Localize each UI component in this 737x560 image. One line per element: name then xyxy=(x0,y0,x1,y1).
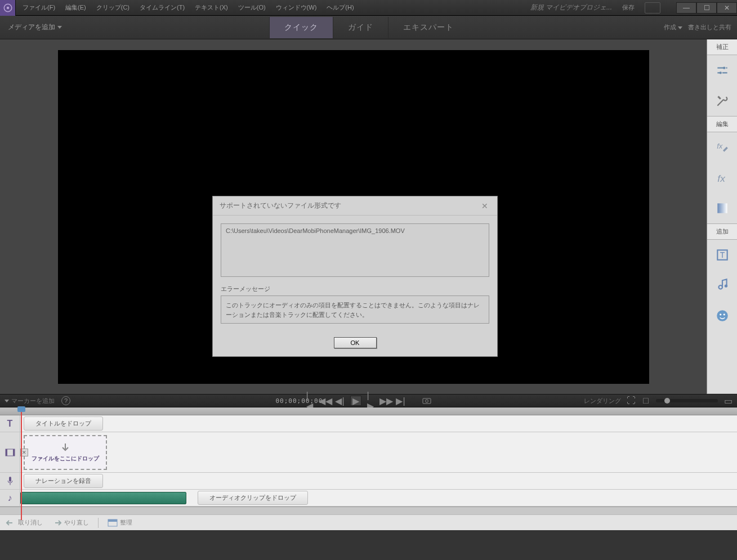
audio-track-head-icon: ♪ xyxy=(0,490,20,506)
safe-margin-icon[interactable]: □ xyxy=(641,396,650,405)
sidebar-title-icon[interactable]: T xyxy=(707,240,737,270)
menu-window[interactable]: ウィンドウ(W) xyxy=(271,1,321,14)
dialog-error-label: エラーメッセージ xyxy=(221,285,489,293)
title-track-head-icon: T xyxy=(0,415,20,432)
sidebar-tools-icon[interactable] xyxy=(707,86,737,116)
narration-record-button[interactable]: ナレーションを録音 xyxy=(24,474,103,488)
render-button[interactable]: レンダリング xyxy=(584,397,621,405)
menu-file[interactable]: ファイル(F) xyxy=(18,1,60,14)
video-drop-zone[interactable]: ✕ ファイルをここにドロップ xyxy=(24,435,107,470)
svg-rect-6 xyxy=(717,203,727,213)
transport-bar: マーカーを追加 ? 00;00;00;00 |◀ ◀◀ ◀| ▶ |▶ ▶▶ ▶… xyxy=(0,394,737,407)
title-track[interactable]: T タイトルをドロップ xyxy=(0,415,737,432)
step-fwd-button[interactable]: |▶ xyxy=(367,396,376,405)
create-label-text: 作成 xyxy=(664,24,676,30)
sidebar-fx-icon[interactable]: fx xyxy=(707,163,737,193)
zoom-thumb[interactable] xyxy=(664,398,670,404)
add-media-label: メディアを追加 xyxy=(8,23,55,32)
play-button[interactable]: ▶ xyxy=(350,396,361,406)
video-track-head-icon xyxy=(0,432,20,472)
fullscreen-icon[interactable]: ⛶ xyxy=(627,396,636,405)
window-maximize-button[interactable]: ☐ xyxy=(696,2,717,14)
save-button[interactable]: 保存 xyxy=(622,3,635,12)
zoom-fit-icon[interactable]: ▭ xyxy=(723,396,732,405)
menu-edit[interactable]: 編集(E) xyxy=(61,1,91,14)
svg-text:T: T xyxy=(720,250,725,259)
organize-label: 整理 xyxy=(120,518,132,527)
svg-point-12 xyxy=(723,313,725,315)
dialog-title-text: サポートされていないファイル形式です xyxy=(220,201,341,210)
menu-text[interactable]: テキスト(X) xyxy=(190,1,233,14)
menu-timeline[interactable]: タイムライン(T) xyxy=(135,1,189,14)
redo-button[interactable]: やり直し xyxy=(52,518,89,527)
add-marker-button[interactable]: マーカーを追加 xyxy=(5,397,55,405)
menu-clip[interactable]: クリップ(C) xyxy=(92,1,134,14)
snapshot-button[interactable] xyxy=(422,396,431,405)
arrow-down-icon xyxy=(60,442,71,454)
svg-point-9 xyxy=(724,284,727,287)
svg-point-11 xyxy=(720,313,721,315)
redo-label: やり直し xyxy=(64,518,89,527)
window-minimize-button[interactable]: — xyxy=(676,2,696,14)
menu-help[interactable]: ヘルプ(H) xyxy=(322,1,358,14)
redo-icon xyxy=(52,519,62,527)
window-close-button[interactable]: ✕ xyxy=(717,2,737,14)
svg-rect-18 xyxy=(9,477,11,482)
goto-end-button[interactable]: ▶| xyxy=(396,396,405,405)
sidebar-head-adjust: 補正 xyxy=(707,39,737,55)
title-drop-button[interactable]: タイトルをドロップ xyxy=(24,416,103,431)
organize-icon xyxy=(108,519,118,527)
playhead-handle[interactable] xyxy=(17,406,25,412)
export-button[interactable]: 書き出しと共有 xyxy=(688,23,731,32)
next-frame-button[interactable]: ▶▶ xyxy=(382,396,391,405)
goto-start-button[interactable]: |◀ xyxy=(306,396,315,405)
menu-tools[interactable]: ツール(O) xyxy=(234,1,270,14)
add-media-button[interactable]: メディアを追加 xyxy=(0,19,70,35)
project-title: 新規 マイビデオプロジェ... xyxy=(530,3,612,12)
sidebar-music-icon[interactable] xyxy=(707,270,737,301)
organizer-icon[interactable] xyxy=(645,2,660,14)
dropdown-icon xyxy=(5,400,9,402)
svg-point-10 xyxy=(717,310,728,321)
timeline-scrollbar[interactable] xyxy=(0,507,737,514)
narration-track[interactable]: ナレーションを録音 xyxy=(0,473,737,490)
audio-drop-button[interactable]: オーディオクリップをドロップ xyxy=(198,491,308,505)
svg-rect-20 xyxy=(108,519,117,522)
svg-rect-17 xyxy=(13,449,15,456)
add-marker-label: マーカーを追加 xyxy=(11,397,55,405)
titlebar: ファイル(F) 編集(E) クリップ(C) タイムライン(T) テキスト(X) … xyxy=(0,0,737,16)
video-track[interactable]: ✕ ファイルをここにドロップ xyxy=(0,432,737,473)
tab-guide[interactable]: ガイド xyxy=(333,17,388,38)
app-logo-icon xyxy=(0,0,16,16)
timeline-ruler[interactable] xyxy=(0,407,737,415)
audio-clip[interactable] xyxy=(20,492,186,504)
main-menu: ファイル(F) 編集(E) クリップ(C) タイムライン(T) テキスト(X) … xyxy=(18,1,359,14)
prev-frame-button[interactable]: ◀◀ xyxy=(321,396,330,405)
sidebar-head-add: 追加 xyxy=(707,224,737,240)
zoom-slider[interactable] xyxy=(656,399,718,402)
create-button[interactable]: 作成 xyxy=(664,23,682,32)
dialog-titlebar: サポートされていないファイル形式です ✕ xyxy=(213,196,497,216)
sidebar-gradient-icon[interactable] xyxy=(707,193,737,223)
dialog-close-button[interactable]: ✕ xyxy=(481,201,490,210)
step-back-button[interactable]: ◀| xyxy=(336,396,345,405)
sidebar-adjust-sliders-icon[interactable] xyxy=(707,55,737,86)
right-sidebar: 補正 編集 fx fx 追加 T xyxy=(707,39,737,394)
tab-expert[interactable]: エキスパート xyxy=(388,17,468,38)
sidebar-smiley-icon[interactable] xyxy=(707,301,737,331)
dialog-ok-button[interactable]: OK xyxy=(334,337,377,348)
narration-track-head-icon xyxy=(0,473,20,489)
svg-rect-16 xyxy=(6,449,7,456)
error-dialog: サポートされていないファイル形式です ✕ C:\Users\takeu\Vide… xyxy=(212,196,498,357)
audio-track[interactable]: ♪ オーディオクリップをドロップ xyxy=(0,490,737,507)
bottom-bar: 取り消し やり直し 整理 xyxy=(0,514,737,530)
timeline: T タイトルをドロップ ✕ ファイルをここにドロップ ナレーションを録音 ♪ オ… xyxy=(0,407,737,514)
organize-button[interactable]: 整理 xyxy=(108,518,132,527)
dropdown-icon xyxy=(678,26,682,29)
tab-quick[interactable]: クイック xyxy=(269,17,333,38)
sidebar-fx-brush-icon[interactable]: fx xyxy=(707,132,737,163)
undo-icon xyxy=(6,519,16,527)
svg-rect-13 xyxy=(423,398,431,404)
undo-button[interactable]: 取り消し xyxy=(6,518,43,527)
help-icon[interactable]: ? xyxy=(61,396,70,405)
